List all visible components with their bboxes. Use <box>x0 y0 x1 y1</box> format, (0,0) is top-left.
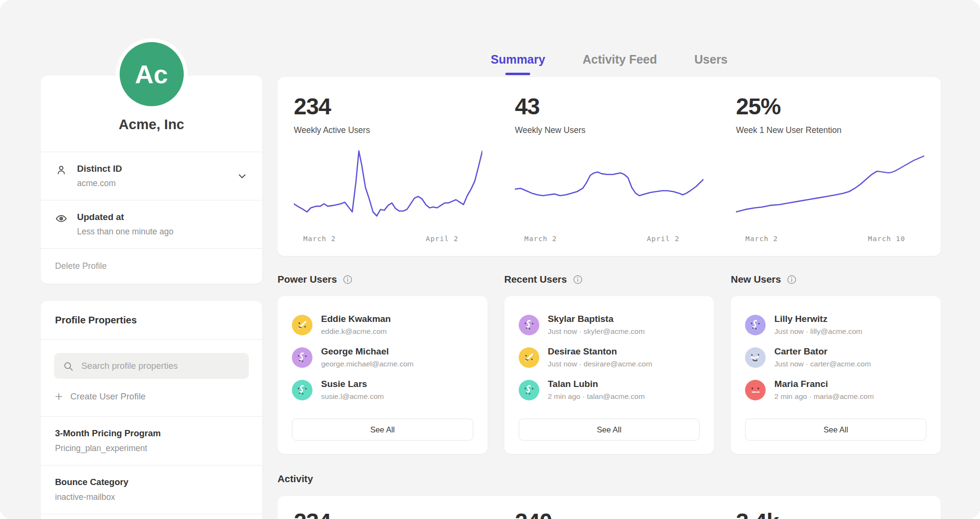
activity-title: Activity <box>278 473 941 485</box>
user-row[interactable]: Susie Lars susie.l@acme.com <box>292 374 473 406</box>
avatar <box>292 380 312 400</box>
company-avatar-initials: Ac <box>135 59 168 89</box>
search-input[interactable] <box>80 360 240 372</box>
see-all-button[interactable]: See All <box>745 419 926 441</box>
new-users-section: New Users Lilly Herwitz Just now · lilly… <box>731 273 941 454</box>
avatar <box>519 315 539 335</box>
property-row: 3-Month Pricing Program Pricing_plan_exp… <box>41 417 262 465</box>
stat-label: Weekly New Users <box>515 125 703 135</box>
section-title: New Users <box>731 274 781 285</box>
tab-bar: Summary Activity Feed Users <box>278 0 941 75</box>
distinct-id-row[interactable]: Distinct ID acme.com <box>41 152 262 200</box>
profile-properties-search[interactable] <box>54 353 249 379</box>
info-icon[interactable] <box>787 275 797 285</box>
activity-stat-value: 234 <box>294 508 482 519</box>
user-row[interactable]: Talan Lubin 2 min ago · talan@acme.com <box>519 374 700 406</box>
recent-users-section: Recent Users Skylar Baptista Just now · … <box>504 273 714 454</box>
user-subtitle: george.michael@acme.com <box>321 360 413 368</box>
user-name: Desirae Stanton <box>548 346 652 357</box>
avatar <box>519 347 539 368</box>
user-subtitle: 2 min ago · talan@acme.com <box>548 392 645 401</box>
property-row: Browser Chrome <box>41 514 262 519</box>
create-user-profile-label: Create User Profile <box>70 391 145 402</box>
x-axis-tick: March 2 <box>303 235 336 243</box>
x-axis-tick: March 2 <box>524 235 557 243</box>
tab-summary[interactable]: Summary <box>490 53 545 75</box>
section-title: Power Users <box>278 274 337 285</box>
info-icon[interactable] <box>573 275 583 285</box>
divider <box>41 339 262 340</box>
power-users-card: Eddie Kwakman eddie.k@acme.com George Mi… <box>278 296 488 454</box>
chevron-down-icon[interactable] <box>236 170 248 182</box>
user-row[interactable]: George Michael george.michael@acme.com <box>292 341 473 374</box>
user-name: Skylar Baptista <box>548 314 645 324</box>
new-users-card: Lilly Herwitz Just now · lilly@acme.com … <box>731 296 941 454</box>
property-name: Bounce Category <box>55 477 248 487</box>
user-row[interactable]: Carter Bator Just now · carter@acme.com <box>745 341 926 374</box>
week1-retention-chart <box>736 147 924 228</box>
user-subtitle: susie.l@acme.com <box>321 392 384 401</box>
property-row: Bounce Category inactive-mailbox <box>41 465 262 514</box>
activity-stat-value: 3.4k <box>736 508 924 519</box>
activity-section: Activity 234 240 3.4k <box>278 473 941 519</box>
user-name: Maria Franci <box>774 379 874 389</box>
stat-value: 43 <box>515 93 703 120</box>
property-name: 3-Month Pricing Program <box>55 428 248 439</box>
user-name: Susie Lars <box>321 379 384 389</box>
user-row[interactable]: Lilly Herwitz Just now · lilly@acme.com <box>745 309 926 341</box>
stat-weekly-new-users: 43 Weekly New Users March 2 April 2 <box>499 77 720 256</box>
user-sections: Power Users Eddie Kwakman eddie.k@acme.c… <box>278 273 941 454</box>
profile-properties-card: Profile Properties Create User Pro <box>41 301 262 519</box>
profile-properties-title: Profile Properties <box>41 301 262 339</box>
delete-profile-button[interactable]: Delete Profile <box>41 249 262 284</box>
x-axis-tick: April 2 <box>647 235 679 243</box>
plus-icon <box>54 392 64 401</box>
see-all-button[interactable]: See All <box>519 419 700 441</box>
user-row[interactable]: Desirae Stanton Just now · desirare@acme… <box>519 341 700 374</box>
summary-stats-card: 234 Weekly Active Users March 2 April 2 … <box>278 77 941 256</box>
user-subtitle: Just now · desirare@acme.com <box>548 360 652 368</box>
user-subtitle: Just now · lilly@acme.com <box>774 327 862 336</box>
main-content: Summary Activity Feed Users 234 Weekly A… <box>278 0 941 519</box>
see-all-button[interactable]: See All <box>292 419 473 441</box>
user-row[interactable]: Skylar Baptista Just now · skyler@acme.c… <box>519 309 700 341</box>
profile-page: Ac Acme, Inc Distinct ID acme.com <box>0 0 980 519</box>
eye-icon <box>55 212 67 225</box>
company-avatar: Ac <box>120 42 184 106</box>
user-subtitle: Just now · skyler@acme.com <box>548 327 645 336</box>
weekly-active-users-chart <box>294 147 482 228</box>
stat-label: Week 1 New User Retention <box>736 125 924 135</box>
create-user-profile-button[interactable]: Create User Profile <box>54 391 249 402</box>
stat-value: 234 <box>294 93 482 120</box>
info-icon[interactable] <box>343 275 353 285</box>
stat-week1-retention: 25% Week 1 New User Retention March 2 Ma… <box>720 77 941 256</box>
updated-at-row: Updated at Less than one minute ago <box>41 200 262 248</box>
user-row[interactable]: Eddie Kwakman eddie.k@acme.com <box>292 309 473 341</box>
user-name: Eddie Kwakman <box>321 314 391 324</box>
activity-stat-value: 240 <box>515 508 703 519</box>
user-name: George Michael <box>321 346 413 357</box>
weekly-new-users-chart <box>515 147 703 228</box>
tab-activity-feed[interactable]: Activity Feed <box>582 53 657 75</box>
sidebar: Ac Acme, Inc Distinct ID acme.com <box>41 42 262 519</box>
tab-users[interactable]: Users <box>694 53 728 75</box>
avatar <box>519 380 539 400</box>
recent-users-card: Skylar Baptista Just now · skyler@acme.c… <box>504 296 714 454</box>
user-subtitle: eddie.k@acme.com <box>321 327 391 336</box>
user-subtitle: Just now · carter@acme.com <box>774 360 871 368</box>
x-axis-tick: March 10 <box>868 235 905 243</box>
activity-card: 234 240 3.4k <box>278 496 941 519</box>
stat-value: 25% <box>736 93 924 120</box>
field-label: Distinct ID <box>77 164 122 174</box>
person-icon <box>55 164 67 177</box>
field-value: Less than one minute ago <box>77 227 173 237</box>
avatar <box>292 347 312 368</box>
user-name: Talan Lubin <box>548 379 645 389</box>
property-value: Pricing_plan_experiment <box>55 443 248 453</box>
field-label: Updated at <box>77 212 173 222</box>
user-row[interactable]: Maria Franci 2 min ago · maria@acme.com <box>745 374 926 406</box>
power-users-section: Power Users Eddie Kwakman eddie.k@acme.c… <box>278 273 488 454</box>
avatar <box>745 315 766 335</box>
x-axis-tick: April 2 <box>426 235 458 243</box>
user-name: Lilly Herwitz <box>774 314 862 324</box>
